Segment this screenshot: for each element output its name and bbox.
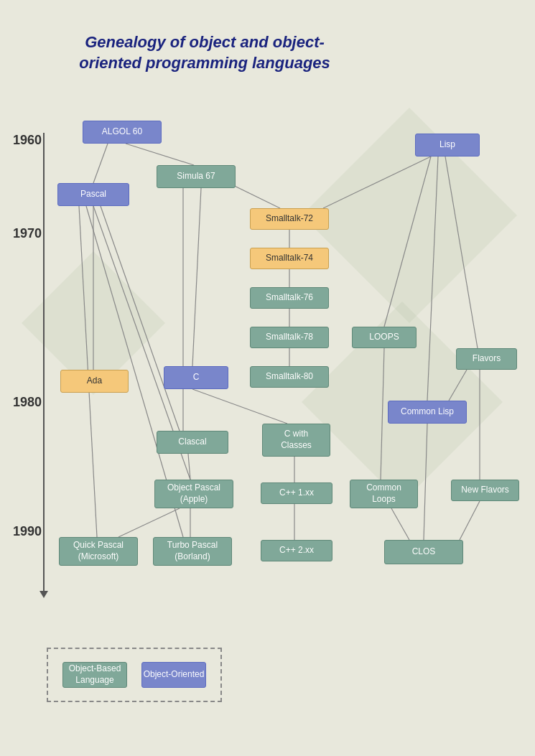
page-container: Genealogy of object and object-oriented …: [0, 0, 535, 756]
legend-swatch-blue: Object-Oriented: [141, 662, 206, 688]
year-1960: 1960: [13, 133, 42, 148]
svg-line-11: [192, 188, 201, 366]
legend-swatch-teal: Object-Based Language: [62, 662, 127, 688]
legend-item-object-oriented: Object-Oriented: [141, 662, 206, 688]
svg-line-20: [427, 157, 438, 401]
legend: Object-Based Language Object-Oriented: [47, 648, 222, 702]
node-clos: CLOS: [384, 540, 463, 564]
svg-line-6: [101, 206, 180, 431]
node-smalltalk76: Smalltalk-76: [250, 287, 329, 309]
svg-line-32: [118, 508, 180, 537]
node-pascal: Pascal: [57, 183, 129, 206]
year-1980: 1980: [13, 395, 42, 410]
node-commonloops: Common Loops: [350, 480, 418, 508]
year-1990: 1990: [13, 524, 42, 539]
svg-line-3: [126, 144, 194, 165]
svg-line-18: [384, 157, 431, 327]
node-smalltalk74: Smalltalk-74: [250, 248, 329, 269]
svg-line-17: [323, 157, 431, 208]
node-algol60: ALGOL 60: [83, 121, 162, 144]
node-objectpascalapple: Object Pascal (Apple): [154, 480, 233, 508]
svg-line-26: [460, 501, 480, 540]
svg-line-27: [192, 389, 287, 424]
node-simula67: Simula 67: [157, 165, 236, 188]
node-cpp1xx: C++ 1.xx: [261, 482, 332, 504]
connection-lines: [0, 0, 535, 617]
svg-line-24: [424, 424, 427, 540]
svg-line-19: [445, 157, 478, 348]
node-ada: Ada: [60, 370, 129, 393]
node-smalltalk80: Smalltalk-80: [250, 366, 329, 388]
node-smalltalk78: Smalltalk-78: [250, 327, 329, 348]
year-1970: 1970: [13, 226, 42, 241]
node-c: C: [164, 366, 228, 389]
node-smalltalk72: Smalltalk-72: [250, 208, 329, 230]
legend-item-object-based: Object-Based Language: [62, 662, 127, 688]
node-commonlisp: Common Lisp: [388, 401, 467, 424]
node-turbopascal: Turbo Pascal (Borland): [153, 537, 232, 566]
svg-marker-0: [302, 108, 517, 323]
page-title: Genealogy of object and object-oriented …: [54, 32, 355, 73]
svg-line-23: [449, 370, 467, 401]
node-flavors: Flavors: [456, 348, 517, 370]
timeline-arrow: [43, 133, 45, 592]
svg-line-4: [93, 144, 108, 183]
node-loops: LOOPS: [352, 327, 417, 348]
node-cwithclasses: C with Classes: [262, 424, 330, 457]
svg-line-25: [391, 508, 409, 540]
svg-line-21: [381, 348, 384, 480]
node-newflavors: New Flavors: [451, 480, 519, 501]
node-clascal: Clascal: [157, 431, 228, 454]
svg-line-30: [188, 454, 190, 480]
node-quickpascal: Quick Pascal (Microsoft): [59, 537, 138, 566]
node-lisp: Lisp: [415, 134, 480, 157]
node-cpp2xx: C++ 2.xx: [261, 540, 332, 561]
